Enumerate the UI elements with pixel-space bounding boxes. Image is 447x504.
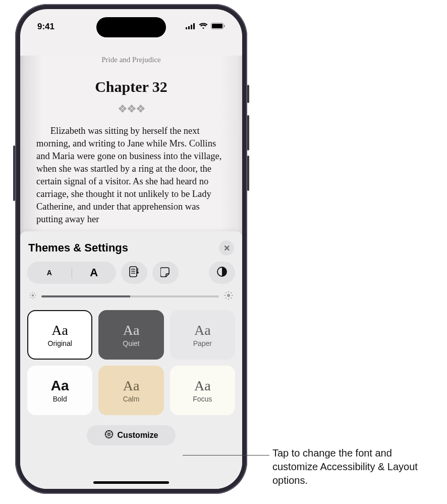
mute-switch	[247, 85, 249, 103]
brightness-track[interactable]	[41, 295, 219, 297]
home-indicator[interactable]	[93, 481, 169, 484]
svg-rect-2	[191, 25, 192, 29]
themes-settings-sheet: Themes & Settings ✕ A A	[20, 231, 242, 489]
theme-sample: Aa	[194, 322, 211, 338]
sheet-title: Themes & Settings	[28, 241, 128, 255]
theme-label: Bold	[53, 395, 67, 403]
svg-rect-5	[212, 24, 222, 28]
svg-rect-7	[130, 267, 137, 277]
svg-point-21	[227, 294, 230, 297]
svg-rect-6	[224, 25, 225, 27]
theme-calm[interactable]: Aa Calm	[98, 366, 163, 415]
svg-line-18	[34, 297, 35, 297]
font-larger-button[interactable]: A	[72, 266, 117, 279]
iphone-frame: 9:41 Pride and Prejudice Chapter 32 ❖❖❖ …	[15, 4, 247, 494]
cellular-icon	[186, 22, 196, 32]
svg-line-17	[30, 293, 31, 293]
svg-line-28	[226, 297, 227, 298]
font-smaller-button[interactable]: A	[27, 268, 72, 277]
close-button[interactable]: ✕	[219, 240, 234, 256]
theme-original[interactable]: Aa Original	[27, 310, 92, 360]
page-curl-icon	[160, 266, 171, 279]
theme-focus[interactable]: Aa Focus	[170, 366, 235, 415]
power-button	[13, 145, 15, 201]
svg-line-27	[231, 297, 232, 298]
dynamic-island	[96, 17, 166, 37]
battery-icon	[211, 22, 225, 32]
volume-up-button	[247, 115, 249, 150]
theme-sample: Aa	[51, 322, 68, 338]
half-circle-icon	[216, 266, 228, 279]
svg-line-38	[106, 436, 107, 436]
theme-label: Original	[48, 339, 72, 347]
svg-line-20	[34, 293, 35, 293]
wifi-icon	[199, 22, 208, 32]
appearance-button[interactable]	[209, 262, 235, 284]
theme-sample: Aa	[123, 378, 140, 394]
svg-point-12	[32, 294, 34, 296]
svg-rect-0	[186, 27, 187, 29]
customize-button[interactable]: Customize	[87, 425, 176, 445]
svg-rect-1	[188, 26, 190, 29]
screen: 9:41 Pride and Prejudice Chapter 32 ❖❖❖ …	[20, 9, 242, 489]
book-body-text: Elizabeth was sitting by herself the nex…	[36, 125, 226, 226]
font-size-control: A A	[27, 262, 116, 284]
close-icon: ✕	[224, 243, 230, 253]
svg-rect-3	[193, 23, 195, 29]
svg-line-26	[226, 292, 227, 293]
svg-line-39	[110, 432, 111, 432]
brightness-slider[interactable]	[29, 291, 233, 302]
theme-label: Paper	[193, 339, 212, 347]
theme-sample: Aa	[194, 378, 211, 394]
chapter-title: Chapter 32	[36, 78, 226, 95]
theme-label: Calm	[123, 395, 140, 403]
page-lines-icon	[129, 266, 139, 279]
themes-grid: Aa Original Aa Quiet Aa Paper Aa Bold Aa	[27, 310, 235, 415]
svg-line-29	[231, 292, 232, 293]
theme-label: Quiet	[123, 339, 139, 347]
theme-sample: Aa	[51, 378, 69, 394]
callout-leader-line	[183, 455, 269, 456]
theme-paper[interactable]: Aa Paper	[170, 310, 235, 360]
book-title: Pride and Prejudice	[36, 56, 226, 64]
svg-line-36	[106, 432, 107, 432]
customize-label: Customize	[118, 431, 158, 440]
theme-label: Focus	[193, 395, 212, 403]
callout-text: Tap to change the font and customize Acc…	[272, 446, 439, 487]
gear-badge-icon	[104, 430, 114, 441]
page-curl-button[interactable]	[152, 262, 179, 284]
brightness-low-icon	[29, 292, 36, 301]
scroll-view-button[interactable]	[121, 262, 147, 284]
svg-line-37	[110, 436, 111, 436]
svg-point-31	[107, 433, 109, 435]
theme-quiet[interactable]: Aa Quiet	[98, 310, 163, 360]
theme-sample: Aa	[123, 322, 140, 338]
theme-bold[interactable]: Aa Bold	[27, 366, 92, 415]
ornament-divider: ❖❖❖	[36, 103, 226, 116]
brightness-high-icon	[224, 291, 233, 302]
status-time: 9:41	[37, 22, 54, 32]
svg-line-19	[30, 297, 31, 297]
volume-down-button	[247, 156, 249, 191]
